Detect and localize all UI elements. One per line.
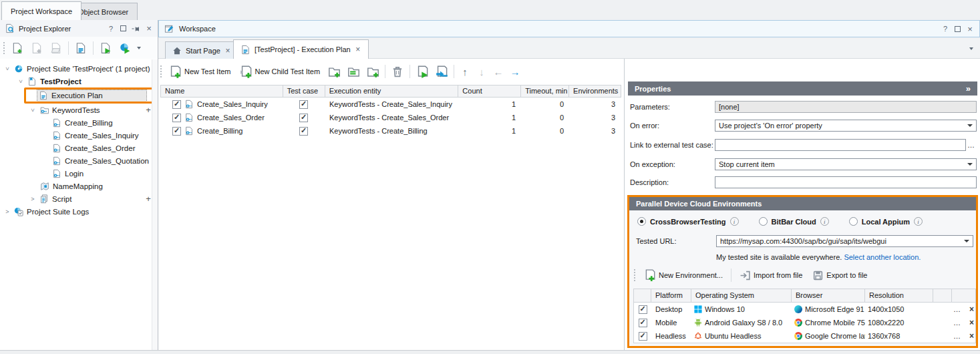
tree-item-create-sales-order[interactable]: Create_Sales_Order bbox=[0, 142, 158, 154]
column-header-name[interactable]: Name bbox=[161, 85, 283, 97]
add-tests-button[interactable] bbox=[346, 64, 361, 79]
info-icon[interactable] bbox=[730, 217, 739, 226]
tree-item-project-suite[interactable]: Project Suite 'TestProject' (1 project) bbox=[0, 62, 158, 75]
panel-splitter[interactable] bbox=[624, 59, 625, 350]
remove-environment-button[interactable] bbox=[969, 305, 974, 314]
test-case-checkbox[interactable] bbox=[299, 100, 308, 109]
table-row[interactable]: Create_Sales_Inquiry KeywordTests - Crea… bbox=[160, 98, 621, 111]
new-test-item-button[interactable]: New Test Item bbox=[167, 64, 233, 79]
run-options-caret-icon[interactable] bbox=[137, 47, 141, 49]
tree-item-execution-plan[interactable]: Execution Plan bbox=[0, 87, 158, 104]
toolbar-grip[interactable] bbox=[3, 42, 5, 54]
radio-crossbrowsertesting[interactable]: CrossBrowserTesting bbox=[637, 217, 739, 226]
run-project-button[interactable] bbox=[98, 41, 113, 55]
radio-local-appium[interactable]: Local Appium bbox=[849, 217, 923, 226]
environment-row[interactable]: Mobile Android Galaxy S8 / 8.0 Chrome Mo… bbox=[634, 316, 975, 329]
browse-ellipsis-button[interactable] bbox=[966, 141, 977, 149]
import-from-file-button[interactable]: Import from file bbox=[738, 269, 804, 283]
remove-environment-button[interactable] bbox=[969, 331, 974, 341]
column-header-browser[interactable]: Browser bbox=[792, 289, 865, 302]
export-to-file-button[interactable]: Export to file bbox=[810, 269, 869, 283]
tree-item-script[interactable]: Script bbox=[0, 192, 158, 205]
convert-to-test-button[interactable] bbox=[434, 64, 449, 79]
add-existing-item-button-disabled[interactable] bbox=[49, 41, 63, 55]
test-case-checkbox[interactable] bbox=[299, 127, 308, 136]
row-menu-button[interactable] bbox=[953, 332, 961, 340]
run-focused-item-button[interactable] bbox=[415, 64, 430, 79]
row-checkbox[interactable] bbox=[172, 127, 181, 136]
column-header-platform[interactable]: Platform bbox=[651, 289, 691, 302]
tree-scrollbar[interactable] bbox=[152, 59, 158, 350]
tab-execution-plan-document[interactable]: [TestProject] - Execution Plan bbox=[233, 39, 369, 59]
chevron-down-icon[interactable] bbox=[17, 78, 24, 85]
remove-environment-button[interactable] bbox=[969, 318, 974, 327]
info-icon[interactable] bbox=[914, 217, 923, 226]
new-group-button[interactable] bbox=[327, 64, 341, 79]
environment-row[interactable]: Desktop Windows 10 Microsoft Edge 91 140… bbox=[634, 303, 975, 316]
new-group-from-selected-button[interactable] bbox=[365, 64, 380, 79]
tested-url-combobox[interactable]: https://mysap.com:44300/sap/bc/gui/sap/i… bbox=[716, 235, 973, 247]
description-input[interactable] bbox=[715, 176, 977, 188]
move-right-button[interactable]: → bbox=[509, 66, 521, 77]
help-icon[interactable] bbox=[107, 25, 115, 33]
tree-item-create-billing[interactable]: Create_Billing bbox=[0, 116, 158, 129]
tree-item-testproject[interactable]: TestProject bbox=[0, 75, 158, 87]
tree-item-create-sales-inquiry[interactable]: Create_Sales_Inquiry bbox=[0, 129, 158, 142]
maximize-icon[interactable] bbox=[120, 25, 126, 31]
chevron-down-icon[interactable] bbox=[4, 65, 11, 72]
column-header-test-case[interactable]: Test case bbox=[283, 85, 325, 97]
close-tab-icon[interactable] bbox=[224, 46, 231, 55]
radio-icon[interactable] bbox=[637, 217, 646, 226]
column-header-timeout[interactable]: Timeout, min bbox=[521, 85, 569, 97]
column-header-environments[interactable]: Environments bbox=[569, 85, 621, 97]
row-checkbox[interactable] bbox=[172, 114, 181, 122]
pin-icon[interactable] bbox=[132, 25, 140, 33]
move-left-button[interactable]: ← bbox=[492, 66, 504, 77]
move-down-button[interactable]: ↓ bbox=[476, 66, 488, 77]
column-header-execution-entity[interactable]: Execution entity bbox=[325, 85, 459, 97]
column-header-count[interactable]: Count bbox=[458, 85, 521, 97]
column-header-operating-system[interactable]: Operating System bbox=[691, 289, 792, 302]
maximize-icon[interactable] bbox=[955, 26, 961, 32]
chevron-right-icon[interactable] bbox=[29, 196, 36, 202]
toolbar-grip[interactable] bbox=[160, 65, 162, 77]
add-new-project-button[interactable] bbox=[10, 41, 25, 55]
table-row[interactable]: Create_Billing KeywordTests - Create_Bil… bbox=[160, 124, 621, 138]
tree-item-namemapping[interactable]: NameMapping bbox=[0, 180, 158, 192]
row-menu-button[interactable] bbox=[953, 305, 961, 313]
new-child-test-item-button[interactable]: New Child Test Item bbox=[238, 64, 323, 79]
external-test-case-input[interactable] bbox=[715, 139, 966, 151]
tree-item-project-suite-logs[interactable]: Project Suite Logs bbox=[0, 205, 158, 218]
on-exception-dropdown[interactable]: Stop current item bbox=[715, 158, 977, 170]
column-header-resolution[interactable]: Resolution bbox=[865, 289, 933, 302]
close-icon[interactable] bbox=[145, 23, 153, 33]
table-row[interactable]: Create_Sales_Order KeywordTests - Create… bbox=[160, 111, 621, 124]
move-up-button[interactable]: ↑ bbox=[459, 66, 471, 77]
close-tab-icon[interactable] bbox=[355, 45, 361, 54]
tree-item-keywordtests[interactable]: KeywordTests bbox=[0, 104, 158, 116]
tree-item-create-sales-quotation[interactable]: Create_Sales_Quotation bbox=[0, 154, 158, 167]
row-menu-button[interactable] bbox=[953, 319, 961, 327]
organize-execution-plan-button[interactable] bbox=[73, 41, 88, 55]
chevron-right-icon[interactable] bbox=[4, 208, 11, 215]
select-location-link[interactable]: Select another location. bbox=[844, 253, 921, 261]
radio-icon[interactable] bbox=[759, 217, 768, 226]
help-icon[interactable] bbox=[941, 25, 949, 33]
delete-button[interactable] bbox=[390, 64, 405, 79]
toolbar-grip[interactable] bbox=[634, 269, 636, 281]
environment-checkbox[interactable] bbox=[639, 305, 647, 314]
collapse-panel-icon[interactable] bbox=[966, 83, 971, 94]
run-project-suite-button[interactable] bbox=[118, 41, 132, 55]
parameters-field[interactable]: [none] bbox=[715, 101, 977, 113]
tab-start-page[interactable]: Start Page bbox=[165, 41, 238, 59]
radio-icon[interactable] bbox=[849, 217, 858, 226]
environment-checkbox[interactable] bbox=[639, 332, 647, 341]
radio-bitbar-cloud[interactable]: BitBar Cloud bbox=[759, 217, 829, 226]
row-checkbox[interactable] bbox=[172, 100, 181, 109]
environment-checkbox[interactable] bbox=[639, 319, 647, 327]
tab-list-caret-icon[interactable] bbox=[969, 47, 973, 50]
chevron-down-icon[interactable] bbox=[29, 107, 36, 114]
environment-row[interactable]: Headless Ubuntu Headless Google Chrome l… bbox=[634, 329, 975, 343]
info-icon[interactable] bbox=[820, 217, 829, 226]
test-case-checkbox[interactable] bbox=[299, 114, 308, 122]
